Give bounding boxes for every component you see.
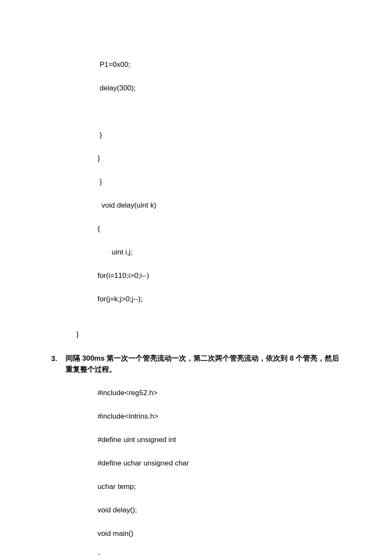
- code-line: #define uint unsigned int: [98, 436, 176, 444]
- code-line: }: [98, 154, 100, 162]
- code-line: P1=0x00;: [98, 61, 130, 69]
- code-line: void delay();: [98, 506, 137, 514]
- code-line: }: [98, 178, 102, 186]
- code-line: uchar temp;: [98, 483, 136, 491]
- code-block-2: #include<reg52.h> #include<intrins.h> #d…: [51, 376, 341, 555]
- list-number: 3.: [51, 353, 66, 365]
- code-line: #define uchar unsigned char: [98, 459, 189, 467]
- code-block-1: P1=0x00; delay(300); } } } void delay(ui…: [51, 47, 341, 317]
- code-line: }: [98, 131, 102, 139]
- code-line: {: [98, 553, 100, 555]
- code-line: #include<reg52.h>: [98, 389, 158, 397]
- code-line: void main(): [98, 529, 133, 538]
- code-line: #include<intrins.h>: [98, 412, 159, 420]
- code-line: void delay(uint k): [98, 201, 156, 209]
- code-line: delay(300);: [98, 84, 136, 92]
- code-line: uint i,j;: [98, 248, 133, 256]
- list-item-3: 3. 间隔 300ms 第一次一个管亮流动一次，第二次两个管亮流动，依次到 8 …: [51, 353, 341, 376]
- code-line: for(j=k;j>0;j--);: [98, 295, 143, 303]
- code-line: }: [76, 330, 79, 338]
- code-line: for(i=110;i>0;i--): [98, 272, 149, 280]
- document-page: P1=0x00; delay(300); } } } void delay(ui…: [0, 0, 392, 555]
- code-block-1-close: }: [51, 317, 341, 352]
- list-item-text: 间隔 300ms 第一次一个管亮流动一次，第二次两个管亮流动，依次到 8 个管亮…: [66, 353, 341, 376]
- code-line: {: [98, 225, 100, 233]
